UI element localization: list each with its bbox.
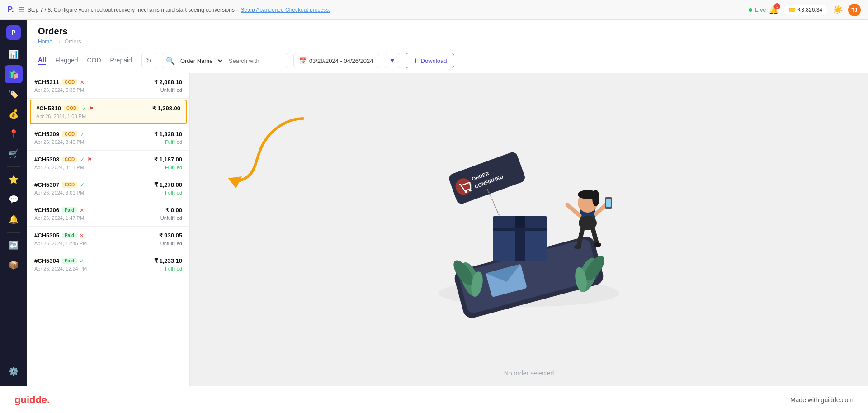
sidebar-item-inventory[interactable]: 📦	[5, 256, 23, 274]
sidebar-item-returns[interactable]: ↩️	[5, 236, 23, 254]
tab-cod[interactable]: COD	[87, 57, 101, 65]
order-right: ₹ 2,088.10 Unfulfilled	[154, 79, 182, 93]
sidebar-item-cart[interactable]: 🛒	[5, 145, 23, 163]
order-right: ₹ 930.05 Unfulfilled	[159, 232, 182, 246]
orders-title-row: Orders	[38, 20, 857, 38]
status-badge: Paid	[62, 258, 77, 264]
sidebar-logo[interactable]: P	[6, 25, 21, 40]
sidebar-item-reviews[interactable]: ⭐	[5, 171, 23, 189]
table-row[interactable]: #CH5311 COD ✕ Apr 26, 2024, 5:38 PM ₹ 2,…	[27, 73, 189, 99]
order-status: Fulfilled	[154, 165, 182, 170]
order-left: #CH5305 Paid ✕ Apr 26, 2024, 12:45 PM	[34, 232, 87, 246]
search-icon: 🔍	[162, 57, 175, 65]
status-badge: COD	[62, 157, 77, 162]
breadcrumb-home[interactable]: Home	[38, 38, 52, 45]
order-status: Unfulfilled	[160, 215, 182, 221]
sidebar-item-chat[interactable]: 💬	[5, 190, 23, 209]
search-input[interactable]	[224, 57, 288, 64]
table-row[interactable]: #CH5304 Paid ✓ Apr 26, 2024, 12:24 PM ₹ …	[27, 252, 189, 277]
order-id-row: #CH5311 COD ✕	[34, 79, 85, 85]
order-id-row: #CH5308 COD ✓ ⚑	[34, 156, 92, 163]
sidebar-item-analytics[interactable]: 📊	[5, 45, 23, 63]
order-amount: ₹ 1,187.00	[154, 156, 182, 163]
tab-flagged[interactable]: Flagged	[55, 57, 78, 65]
settings-icon-button[interactable]: ☀️	[833, 5, 843, 15]
footer: guidde. Made with guidde.com	[0, 386, 868, 413]
table-row[interactable]: #CH5309 COD ✓ Apr 26, 2024, 3:40 PM ₹ 1,…	[27, 125, 189, 151]
order-detail-panel: ORDER CONFIRMED	[190, 73, 868, 386]
order-id: #CH5311	[34, 79, 59, 85]
orders-toolbar: All Flagged COD Prepaid ↻ 🔍 Order Name 📅…	[38, 48, 857, 73]
date-range-button[interactable]: 📅 03/28/2024 - 04/26/2024	[293, 53, 379, 68]
order-id: #CH5308	[34, 156, 59, 163]
table-row[interactable]: #CH5306 Paid ✕ Apr 26, 2024, 1:47 PM ₹ 0…	[27, 201, 189, 227]
live-indicator: Live	[749, 7, 766, 13]
order-status: Unfulfilled	[154, 87, 182, 93]
order-status: Fulfilled	[154, 139, 182, 145]
order-id: #CH5310	[36, 105, 61, 112]
svg-marker-0	[228, 176, 242, 189]
order-date: Apr 26, 2024, 12:45 PM	[34, 241, 87, 246]
sidebar-item-notifications[interactable]: 🔔	[5, 210, 23, 228]
order-id-row: #CH5307 COD ✓	[34, 181, 85, 188]
no-order-text: No order selected	[504, 370, 554, 377]
sidebar-item-payments[interactable]: 💰	[5, 105, 23, 123]
sidebar-divider-2	[7, 232, 20, 233]
order-id: #CH5304	[34, 257, 59, 264]
table-row[interactable]: #CH5308 COD ✓ ⚑ Apr 26, 2024, 3:11 PM ₹ …	[27, 151, 189, 176]
sidebar-item-discounts[interactable]: 🏷️	[5, 85, 23, 103]
notification-badge: 3	[774, 3, 780, 9]
download-button[interactable]: ⬇ Download	[406, 53, 455, 68]
date-range-label: 03/28/2024 - 04/26/2024	[309, 57, 373, 64]
illustration-area: ORDER CONFIRMED	[416, 135, 642, 325]
order-id: #CH5307	[34, 181, 59, 188]
user-avatar[interactable]: TJ	[848, 4, 861, 16]
order-date: Apr 26, 2024, 3:40 PM	[34, 139, 85, 145]
table-row[interactable]: #CH5305 Paid ✕ Apr 26, 2024, 12:45 PM ₹ …	[27, 227, 189, 252]
table-row[interactable]: #CH5310 COD ✓ ⚑ Apr 26, 2024, 1:08 PM ₹ …	[30, 100, 187, 124]
order-status: Fulfilled	[154, 190, 182, 195]
calendar-icon: 📅	[299, 57, 307, 64]
order-left: #CH5310 COD ✓ ⚑ Apr 26, 2024, 1:08 PM	[36, 105, 94, 119]
order-id: #CH5309	[34, 131, 59, 138]
order-amount: ₹ 930.05	[159, 232, 182, 239]
order-amount: ₹ 2,088.10	[154, 79, 182, 85]
check-icon: ✓	[80, 258, 84, 264]
order-left: #CH5307 COD ✓ Apr 26, 2024, 3:01 PM	[34, 181, 85, 195]
svg-line-17	[487, 189, 500, 216]
order-left: #CH5306 Paid ✕ Apr 26, 2024, 1:47 PM	[34, 207, 84, 221]
order-amount: ₹ 0.00	[160, 207, 182, 214]
tab-all[interactable]: All	[38, 56, 46, 65]
filter-button[interactable]: ▼	[385, 53, 400, 68]
sidebar-item-settings[interactable]: ⚙️	[5, 362, 23, 380]
collapse-sidebar-btn[interactable]: ☰	[19, 5, 25, 14]
orders-header: Orders Home → Orders All Flagged COD Pre…	[27, 20, 868, 73]
notification-button[interactable]: 🔔 3	[769, 5, 778, 15]
tab-prepaid[interactable]: Prepaid	[110, 57, 132, 65]
step-text: Step 7 / 8: Configure your checkout reco…	[28, 7, 238, 13]
search-type-select[interactable]: Order Name	[175, 53, 224, 68]
order-left: #CH5304 Paid ✓ Apr 26, 2024, 12:24 PM	[34, 257, 87, 271]
wallet-button[interactable]: 💳 ₹3,826.34	[784, 5, 827, 15]
status-badge: Paid	[62, 207, 77, 213]
sidebar-item-orders[interactable]: 🛍️	[5, 65, 23, 83]
setup-link[interactable]: Setup Abandoned Checkout process.	[241, 7, 330, 13]
content-area: Orders Home → Orders All Flagged COD Pre…	[27, 20, 868, 386]
table-row[interactable]: #CH5307 COD ✓ Apr 26, 2024, 3:01 PM ₹ 1,…	[27, 176, 189, 201]
status-badge: Paid	[62, 233, 77, 238]
orders-list: #CH5311 COD ✕ Apr 26, 2024, 5:38 PM ₹ 2,…	[27, 73, 190, 386]
orders-body: #CH5311 COD ✕ Apr 26, 2024, 5:38 PM ₹ 2,…	[27, 73, 868, 386]
order-id: #CH5306	[34, 207, 59, 214]
refresh-button[interactable]: ↻	[141, 53, 156, 68]
order-left: #CH5309 COD ✓ Apr 26, 2024, 3:40 PM	[34, 131, 85, 145]
arrow-annotation	[190, 100, 326, 191]
flag-icon: ⚑	[87, 157, 92, 163]
order-id-row: #CH5306 Paid ✕	[34, 207, 84, 214]
sidebar-divider-1	[7, 166, 20, 167]
order-amount: ₹ 1,328.10	[154, 131, 182, 138]
download-label: Download	[421, 57, 447, 64]
sidebar-item-locations[interactable]: 📍	[5, 125, 23, 143]
check-icon: ✓	[80, 131, 85, 138]
order-amount: ₹ 1,278.00	[154, 181, 182, 188]
wallet-icon: 💳	[789, 7, 796, 13]
